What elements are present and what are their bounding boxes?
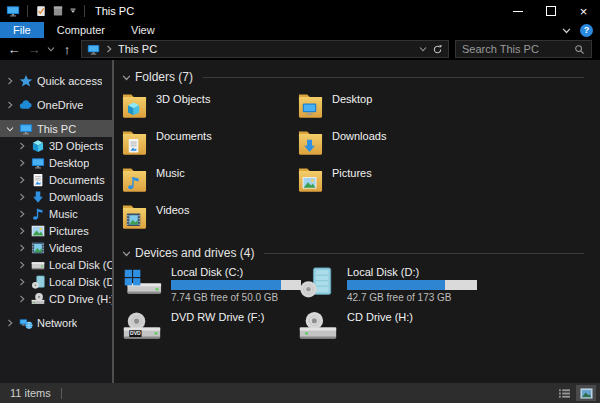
sidebar-item-documents[interactable]: Documents (0, 171, 112, 188)
folder-name: Desktop (332, 90, 372, 105)
ribbon-tab-computer[interactable]: Computer (44, 22, 118, 38)
sidebar-item-label: Pictures (49, 225, 89, 237)
navigation-toolbar: ← → ↑ This PC (0, 38, 600, 60)
properties-icon[interactable] (35, 5, 47, 17)
capacity-bar (347, 280, 477, 290)
search-icon (574, 44, 585, 55)
star-icon (19, 74, 33, 88)
folder-tile-downloads[interactable]: Downloads (298, 127, 538, 164)
note-icon (31, 207, 45, 221)
film-icon (31, 241, 45, 255)
navigation-pane: Quick accessOneDriveThis PC3D ObjectsDes… (0, 60, 114, 383)
drive-info: CD Drive (H:) (347, 311, 413, 323)
sidebar-item-cd-drive-h[interactable]: CD Drive (H:) (0, 290, 112, 307)
sidebar-item-videos[interactable]: Videos (0, 239, 112, 256)
section-rule (203, 77, 584, 78)
capacity-bar-fill (171, 280, 281, 290)
maximize-button[interactable] (534, 0, 567, 22)
chevron-right-icon[interactable] (5, 101, 15, 109)
address-bar[interactable]: This PC (81, 40, 449, 58)
maximize-icon (546, 6, 556, 16)
folders-grid: 3D ObjectsDesktopDocumentsDownloadsMusic… (122, 90, 600, 238)
chevron-right-icon[interactable] (17, 176, 27, 184)
large-icons-view-button[interactable] (576, 385, 596, 401)
folder-name: Documents (156, 127, 212, 142)
item-count-label: 11 items (10, 387, 51, 399)
chevron-down-icon[interactable] (5, 125, 15, 133)
chevron-right-icon[interactable] (17, 142, 27, 150)
folder-download-icon (298, 127, 323, 156)
window-title: This PC (95, 5, 134, 17)
folder-tile-pictures[interactable]: Pictures (298, 164, 538, 201)
sidebar-item-onedrive[interactable]: OneDrive (0, 96, 112, 113)
chevron-right-icon[interactable] (17, 261, 27, 269)
chevron-right-icon[interactable] (17, 227, 27, 235)
sidebar-item-label: CD Drive (H:) (49, 293, 112, 305)
sidebar-item-downloads[interactable]: Downloads (0, 188, 112, 205)
chevron-down-icon[interactable] (122, 73, 131, 82)
drive-info: DVD RW Drive (F:) (171, 311, 264, 323)
sidebar-item-pictures[interactable]: Pictures (0, 222, 112, 239)
search-box[interactable] (455, 40, 592, 58)
up-button[interactable]: ↑ (57, 39, 77, 59)
minimize-button[interactable] (501, 0, 534, 22)
drive-name: CD Drive (H:) (347, 311, 413, 323)
drive-tile-local-disk-c[interactable]: Local Disk (C:)7.74 GB free of 50.0 GB (122, 266, 298, 311)
ribbon-tab-file[interactable]: File (0, 22, 44, 38)
folder-monitor-icon (298, 90, 323, 119)
folder-tile-3d-objects[interactable]: 3D Objects (122, 90, 298, 127)
sidebar-item-3d-objects[interactable]: 3D Objects (0, 137, 112, 154)
sidebar-item-this-pc[interactable]: This PC (0, 120, 112, 137)
sidebar-item-label: Local Disk (D:) (49, 276, 112, 288)
chevron-right-icon[interactable] (5, 77, 15, 85)
drive-tile-local-disk-d[interactable]: Local Disk (D:)42.7 GB free of 173 GB (298, 266, 538, 311)
section-title[interactable]: Devices and drives (4) (135, 246, 254, 260)
chevron-right-icon[interactable] (17, 295, 27, 303)
cube-icon (31, 139, 45, 153)
sidebar-item-local-disk-d[interactable]: Local Disk (D:) (0, 273, 112, 290)
content-area: Quick accessOneDriveThis PC3D ObjectsDes… (0, 60, 600, 383)
breadcrumb-location[interactable]: This PC (118, 43, 157, 55)
chevron-right-icon[interactable] (17, 278, 27, 286)
new-folder-icon[interactable] (52, 5, 64, 17)
sidebar-item-music[interactable]: Music (0, 205, 112, 222)
folder-name: Pictures (332, 164, 372, 179)
dvd-drive-icon: DVD (122, 311, 162, 344)
search-input[interactable] (462, 43, 574, 55)
disk-drive-icon (298, 266, 338, 299)
chevron-right-icon[interactable] (17, 159, 27, 167)
refresh-icon[interactable] (432, 44, 443, 55)
ribbon-right-controls: ? (562, 22, 600, 38)
folder-tile-music[interactable]: Music (122, 164, 298, 201)
folder-tile-documents[interactable]: Documents (122, 127, 298, 164)
ribbon-expand-icon[interactable] (562, 26, 571, 35)
folder-tile-desktop[interactable]: Desktop (298, 90, 538, 127)
chevron-right-icon[interactable] (17, 244, 27, 252)
drive-tile-dvd-rw-drive-f[interactable]: DVDDVD RW Drive (F:) (122, 311, 298, 356)
sidebar-item-quick-access[interactable]: Quick access (0, 72, 112, 89)
forward-button[interactable]: → (24, 39, 44, 59)
sidebar-item-label: Downloads (49, 191, 103, 203)
ribbon-tab-view[interactable]: View (118, 22, 168, 38)
recent-locations-icon[interactable] (44, 39, 57, 59)
qat-dropdown-icon[interactable] (69, 7, 77, 15)
chevron-down-icon[interactable] (122, 249, 131, 258)
help-icon[interactable]: ? (580, 24, 593, 37)
sidebar-item-label: Videos (49, 242, 82, 254)
chevron-right-icon[interactable] (5, 319, 15, 327)
folder-tile-videos[interactable]: Videos (122, 201, 298, 238)
sidebar-item-label: Local Disk (C:) (49, 259, 112, 271)
address-dropdown-icon[interactable] (419, 45, 427, 53)
close-button[interactable]: × (567, 0, 600, 22)
drive-tile-cd-drive-h[interactable]: CD Drive (H:) (298, 311, 538, 356)
folder-photo-icon (298, 164, 323, 193)
details-view-button[interactable] (554, 385, 574, 401)
sidebar-item-local-disk-c[interactable]: Local Disk (C:) (0, 256, 112, 273)
section-title[interactable]: Folders (7) (135, 70, 193, 84)
sidebar-item-desktop[interactable]: Desktop (0, 154, 112, 171)
chevron-right-icon[interactable] (17, 210, 27, 218)
sidebar-item-network[interactable]: Network (0, 314, 112, 331)
chevron-right-icon[interactable] (17, 193, 27, 201)
sidebar-item-label: This PC (37, 123, 76, 135)
back-button[interactable]: ← (4, 39, 24, 59)
